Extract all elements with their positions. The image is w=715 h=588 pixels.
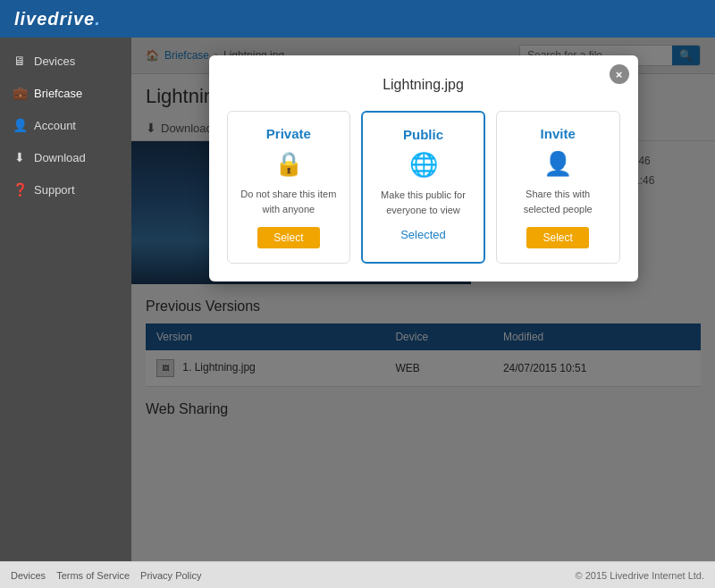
invite-select-button[interactable]: Select [526, 227, 588, 248]
main-content: 🏠 Briefcase › Lightning.jpg 🔍 Lightning.… [131, 38, 715, 561]
sidebar-item-devices[interactable]: 🖥 Devices [0, 45, 131, 77]
globe-icon: 🌐 [374, 151, 473, 179]
person-icon: 👤 [508, 150, 609, 178]
sharing-options: Private 🔒 Do not share this item with an… [227, 111, 620, 264]
download-icon: ⬇ [13, 150, 27, 164]
sidebar-item-briefcase[interactable]: 💼 Briefcase [0, 77, 131, 109]
footer-links: Devices Terms of Service Privacy Policy [11, 570, 202, 581]
header: livedrive. [0, 0, 715, 38]
sidebar-item-label: Devices [34, 55, 75, 68]
public-desc: Make this public for everyone to view [374, 188, 473, 217]
support-icon: ❓ [13, 182, 27, 197]
private-desc: Do not share this item with anyone [239, 187, 340, 216]
sharing-modal: × Lightning.jpg Private 🔒 Do not share t… [209, 55, 638, 281]
sharing-card-private[interactable]: Private 🔒 Do not share this item with an… [227, 111, 351, 264]
invite-desc: Share this with selected people [508, 187, 609, 216]
sidebar-item-account[interactable]: 👤 Account [0, 109, 131, 141]
account-icon: 👤 [13, 118, 27, 132]
devices-icon: 🖥 [13, 54, 27, 68]
public-selected-label: Selected [400, 228, 446, 241]
sharing-card-invite[interactable]: Invite 👤 Share this with selected people… [496, 111, 620, 264]
sharing-card-public[interactable]: Public 🌐 Make this public for everyone t… [361, 111, 485, 264]
footer-tos-link[interactable]: Terms of Service [56, 570, 130, 581]
private-select-button[interactable]: Select [257, 227, 319, 248]
footer-privacy-link[interactable]: Privacy Policy [140, 570, 201, 581]
private-title: Private [239, 126, 340, 141]
modal-title: Lightning.jpg [227, 77, 620, 93]
modal-close-button[interactable]: × [610, 64, 629, 84]
sidebar-item-support[interactable]: ❓ Support [0, 173, 131, 206]
footer-devices-link[interactable]: Devices [11, 570, 46, 581]
sidebar-item-label: Download [34, 151, 86, 164]
briefcase-icon: 💼 [13, 86, 27, 100]
lock-icon: 🔒 [239, 150, 340, 178]
sidebar: 🖥 Devices 💼 Briefcase 👤 Account ⬇ Downlo… [0, 38, 131, 561]
footer: Devices Terms of Service Privacy Policy … [0, 561, 715, 588]
invite-title: Invite [508, 126, 609, 141]
sidebar-item-label: Account [34, 119, 76, 132]
sidebar-item-label: Briefcase [34, 87, 82, 100]
layout: 🖥 Devices 💼 Briefcase 👤 Account ⬇ Downlo… [0, 38, 715, 561]
footer-copyright: © 2015 Livedrive Internet Ltd. [576, 570, 704, 581]
logo: livedrive. [14, 9, 101, 29]
sidebar-item-label: Support [34, 183, 75, 197]
public-title: Public [374, 127, 473, 142]
modal-overlay: × Lightning.jpg Private 🔒 Do not share t… [131, 38, 715, 561]
sidebar-item-download[interactable]: ⬇ Download [0, 141, 131, 173]
